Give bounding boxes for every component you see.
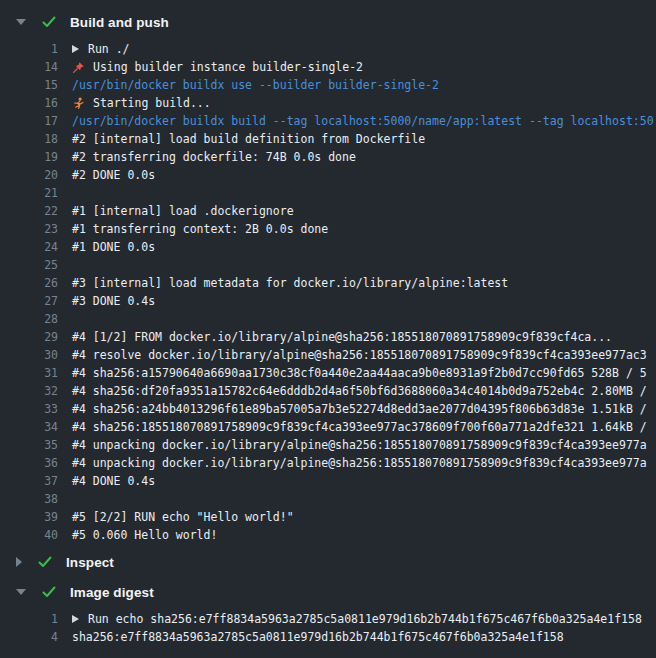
log-text-value: #2 transferring dockerfile: 74B 0.0s don… [72,150,356,164]
step-section-image-digest: Image digest 1 Run echo sha256:e7ff8834a… [0,578,656,650]
log-text: #4 resolve docker.io/library/alpine@sha2… [72,348,647,362]
line-number[interactable]: 29 [0,330,58,344]
log-line: 39 #5 [2/2] RUN echo "Hello world!" [0,508,656,526]
log-text-value: #2 [internal] load build definition from… [72,132,425,146]
step-sections: Build and push 1 Run ./ 14 Using builder… [0,8,656,650]
log-text-value: sha256:e7ff8834a5963a2785c5a0811e979d16b… [72,630,564,644]
log-text: #3 [internal] load metadata for docker.i… [72,276,508,290]
step-log-content: 1 Run ./ 14 Using builder instance build… [0,36,656,548]
log-text-value: #5 0.060 Hello world! [72,528,217,542]
log-text: #2 [internal] load build definition from… [72,132,425,146]
line-number[interactable]: 36 [0,456,58,470]
log-text[interactable]: Run ./ [72,42,130,56]
log-text: #1 DONE 0.0s [72,240,155,254]
log-text: #4 unpacking docker.io/library/alpine@sh… [72,456,647,470]
log-text-value: #3 [internal] load metadata for docker.i… [72,276,508,290]
log-line: 28 [0,310,656,328]
line-number[interactable]: 1 [0,612,58,626]
step-section-build-and-push: Build and push 1 Run ./ 14 Using builder… [0,8,656,548]
line-number[interactable]: 21 [0,186,58,200]
log-line: 32 #4 sha256:df20fa9351a15782c64e6dddb2d… [0,382,656,400]
line-number[interactable]: 31 [0,366,58,380]
line-number[interactable]: 16 [0,96,58,110]
log-text-value: #4 sha256:a24bb4013296f61e89ba57005a7b3e… [72,402,647,416]
log-text: #4 unpacking docker.io/library/alpine@sh… [72,438,647,452]
log-text: #2 transferring dockerfile: 74B 0.0s don… [72,150,356,164]
step-header-build-and-push[interactable]: Build and push [0,8,656,36]
log-line: 20 #2 DONE 0.0s [0,166,656,184]
log-line: 14 Using builder instance builder-single… [0,58,656,76]
log-line: 16 Starting build... [0,94,656,112]
line-number[interactable]: 22 [0,204,58,218]
line-number[interactable]: 30 [0,348,58,362]
line-number[interactable]: 34 [0,420,58,434]
check-icon [41,14,57,30]
line-number[interactable]: 18 [0,132,58,146]
log-line: 18 #2 [internal] load build definition f… [0,130,656,148]
log-line: 23 #1 transferring context: 2B 0.0s done [0,220,656,238]
caret-down-icon [16,19,26,25]
log-text: #1 [internal] load .dockerignore [72,204,294,218]
log-line: 27 #3 DONE 0.4s [0,292,656,310]
log-text-value: /usr/bin/docker buildx use --builder bui… [72,78,439,92]
log-line: 34 #4 sha256:185518070891758909c9f839cf4… [0,418,656,436]
step-header-inspect[interactable]: Inspect [0,548,656,576]
log-group-line: 1 Run ./ [0,40,656,58]
log-line: 26 #3 [internal] load metadata for docke… [0,274,656,292]
step-log-content: 1 Run echo sha256:e7ff8834a5963a2785c5a0… [0,606,656,650]
line-number[interactable]: 19 [0,150,58,164]
line-number[interactable]: 38 [0,492,58,506]
line-number[interactable]: 15 [0,78,58,92]
line-number[interactable]: 20 [0,168,58,182]
step-title: Inspect [66,555,114,570]
runner-icon [72,97,85,110]
log-text[interactable]: Run echo sha256:e7ff8834a5963a2785c5a081… [72,612,642,626]
log-line: 29 #4 [1/2] FROM docker.io/library/alpin… [0,328,656,346]
log-text-value: #1 DONE 0.0s [72,240,155,254]
line-number[interactable]: 28 [0,312,58,326]
log-line: 31 #4 sha256:a15790640a6690aa1730c38cf0a… [0,364,656,382]
log-text-value: #4 unpacking docker.io/library/alpine@sh… [72,456,647,470]
step-header-image-digest[interactable]: Image digest [0,578,656,606]
log-line: 22 #1 [internal] load .dockerignore [0,202,656,220]
log-text-value: #4 DONE 0.4s [72,474,155,488]
line-number[interactable]: 27 [0,294,58,308]
log-text-value: Run ./ [88,42,130,56]
line-number[interactable]: 32 [0,384,58,398]
log-text-value: #2 DONE 0.0s [72,168,155,182]
line-number[interactable]: 23 [0,222,58,236]
line-number[interactable]: 25 [0,258,58,272]
line-number[interactable]: 17 [0,114,58,128]
line-number[interactable]: 26 [0,276,58,290]
line-number[interactable]: 33 [0,402,58,416]
line-number[interactable]: 1 [0,42,58,56]
check-icon [37,554,53,570]
line-number[interactable]: 4 [0,630,58,644]
log-line: 36 #4 unpacking docker.io/library/alpine… [0,454,656,472]
log-line: 30 #4 resolve docker.io/library/alpine@s… [0,346,656,364]
line-number[interactable]: 37 [0,474,58,488]
line-number[interactable]: 35 [0,438,58,452]
log-line: 40 #5 0.060 Hello world! [0,526,656,544]
log-text: #3 DONE 0.4s [72,294,155,308]
log-line: 37 #4 DONE 0.4s [0,472,656,490]
line-number[interactable]: 14 [0,60,58,74]
log-text: sha256:e7ff8834a5963a2785c5a0811e979d16b… [72,630,564,644]
line-number[interactable]: 24 [0,240,58,254]
log-group-line: 1 Run echo sha256:e7ff8834a5963a2785c5a0… [0,610,656,628]
log-text-value: #1 [internal] load .dockerignore [72,204,294,218]
log-line: 19 #2 transferring dockerfile: 74B 0.0s … [0,148,656,166]
step-title: Image digest [70,585,154,600]
line-number[interactable]: 39 [0,510,58,524]
log-text-value: #4 [1/2] FROM docker.io/library/alpine@s… [72,330,612,344]
log-text: #1 transferring context: 2B 0.0s done [72,222,328,236]
log-text-value: #5 [2/2] RUN echo "Hello world!" [72,510,294,524]
log-text-value: #4 unpacking docker.io/library/alpine@sh… [72,438,647,452]
pushpin-icon [72,61,85,74]
line-number[interactable]: 40 [0,528,58,542]
log-text-value: Starting build... [93,96,211,110]
check-icon [41,584,57,600]
log-line: 15 /usr/bin/docker buildx use --builder … [0,76,656,94]
log-text-value: #4 sha256:a15790640a6690aa1730c38cf0a440… [72,366,647,380]
expand-group-chevron-icon [72,45,79,53]
